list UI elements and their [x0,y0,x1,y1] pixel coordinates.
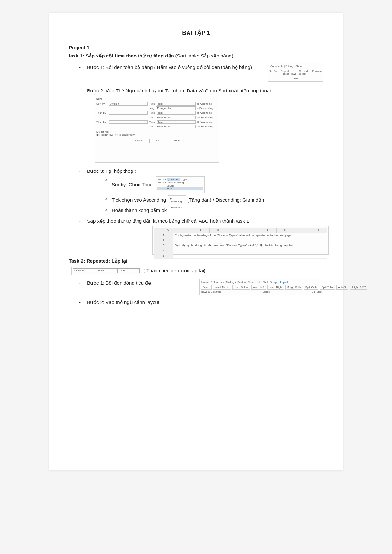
task1-step3b: Tick chọn vào Ascending ◉ Ascending ○ De… [105,195,323,204]
task1-step1-text: Bước 1: Bôi đen toàn bộ bảng ( Bấm vào ô… [87,64,252,70]
task1-step4: Sắp xếp theo thứ tự tăng dần là theo bản… [79,217,323,255]
layout-ribbon-screenshot: LayoutReferencesMailingsReviewViewHelpTa… [199,279,323,295]
task1-rest: Sort table: Sắp xếp bảng) [177,53,233,58]
task2-header-caption: ( Thanh tiêu đề được lặp lại) [143,268,205,274]
task1-step2: Bước 2: Vào Thẻ Ngữ cảnh Layout Tại nhóm… [79,87,323,163]
sort-dialog-screenshot: Sort Sort byDivisionType:Text◉ Ascending… [95,96,219,163]
table-header-screenshot: Division Levels Time [71,267,141,275]
spreadsheet-screenshot: ABCDEFGHIJ 1Configure to row heading of … [152,226,329,255]
task1-step2-text: Bước 2: Vào Thẻ Ngữ cảnh Layout Tại nhóm… [87,88,272,93]
task2-header-row: Division Levels Time ( Thanh tiêu đề đượ… [71,267,323,275]
task2-step1-text: Bước 1: Bôi đen dòng tiêu đề [87,280,151,285]
page-title: BÀI TẬP 1 [69,29,323,37]
task1-step3c: Hoàn thành xong bấm ok [105,206,323,214]
task1-step1: Bước 1: Bôi đen toàn bộ bảng ( Bấm vào ô… [79,63,323,84]
sort-icon: ⇅ [270,70,272,76]
task1-step3a: Sortby: Chọn Time Sort by (Column) Type:… [105,176,323,193]
ribbon-data-screenshot: Comments | Editing · Share ⇅ Sort Repeat… [268,63,323,82]
task2-step2: Bước 2: Vào thẻ ngữ cảnh layout [79,299,323,306]
task2-step1: Bước 1: Bôi đen dòng tiêu đề LayoutRefer… [79,279,323,295]
task1-step3: Bước 3: Tại hộp thoại: Sortby: Chọn Time… [79,167,323,214]
sortby-dropdown-screenshot: Sort by (Column) Type: Sort by Division … [156,176,205,193]
task1-bold: task 1: Sắp xếp cột time theo thứ tự tăn… [69,53,177,58]
task2-heading: Task 2: Repeated: Lặp lại [69,258,323,264]
task1-step4-text: Sắp xếp theo thứ tự tăng dần là theo bản… [87,218,249,224]
task1-line: task 1: Sắp xếp cột time theo thứ tự tăn… [69,53,323,59]
task1-step3-text: Bước 3: Tại hộp thoại: [87,168,136,174]
ascending-option-screenshot: ◉ Ascending ○ Descending [168,195,186,204]
project-heading: Project 1 [69,45,323,50]
